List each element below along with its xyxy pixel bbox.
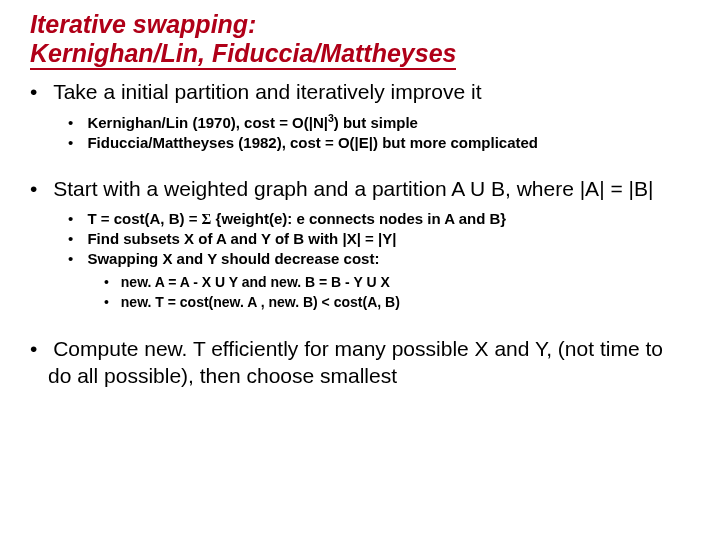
bullet-3: Compute new. T efficiently for many poss… bbox=[48, 335, 690, 390]
bullet-2c1: new. A = A - X U Y and new. B = B - Y U … bbox=[120, 273, 690, 293]
bullet-list-level1: Take a initial partition and iteratively… bbox=[48, 78, 690, 390]
b1a-post: ) but simple bbox=[334, 114, 418, 131]
bullet-2c-sublist: new. A = A - X U Y and new. B = B - Y U … bbox=[120, 273, 690, 312]
b2a-pre: T = cost(A, B) = bbox=[87, 210, 201, 227]
bullet-1-sublist: Kernighan/Lin (1970), cost = O(|N|3) but… bbox=[86, 111, 690, 154]
slide-title: Iterative swapping: Kernighan/Lin, Fiduc… bbox=[30, 10, 456, 70]
b2a-post: {weight(e): e connects nodes in A and B} bbox=[211, 210, 506, 227]
bullet-1: Take a initial partition and iteratively… bbox=[48, 78, 690, 154]
bullet-1-text: Take a initial partition and iteratively… bbox=[53, 80, 481, 103]
bullet-1a: Kernighan/Lin (1970), cost = O(|N|3) but… bbox=[86, 111, 690, 133]
bullet-2c-text: Swapping X and Y should decrease cost: bbox=[87, 250, 379, 267]
bullet-2b: Find subsets X of A and Y of B with |X| … bbox=[86, 229, 690, 249]
bullet-2c: Swapping X and Y should decrease cost: n… bbox=[86, 249, 690, 312]
bullet-2c2: new. T = cost(new. A , new. B) < cost(A,… bbox=[120, 293, 690, 313]
b1a-pre: Kernighan/Lin (1970), cost = O(|N| bbox=[87, 114, 328, 131]
bullet-2a: T = cost(A, B) = Σ {weight(e): e connect… bbox=[86, 209, 690, 229]
title-line-2: Kernighan/Lin, Fiduccia/Mattheyses bbox=[30, 39, 456, 67]
bullet-1b: Fiduccia/Mattheyses (1982), cost = O(|E|… bbox=[86, 133, 690, 153]
bullet-2-sublist: T = cost(A, B) = Σ {weight(e): e connect… bbox=[86, 209, 690, 313]
title-line-1: Iterative swapping: bbox=[30, 10, 256, 38]
bullet-2: Start with a weighted graph and a partit… bbox=[48, 175, 690, 312]
bullet-2-text: Start with a weighted graph and a partit… bbox=[53, 177, 653, 200]
sigma-icon: Σ bbox=[202, 211, 212, 227]
